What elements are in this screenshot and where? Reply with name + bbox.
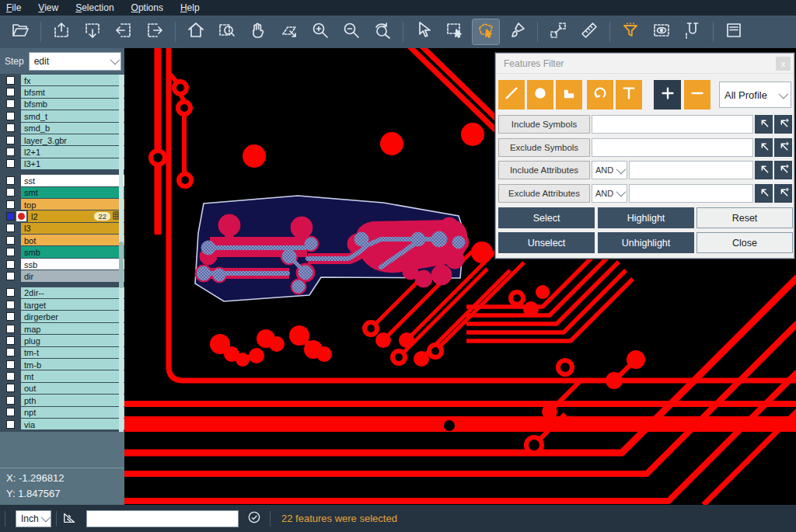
filter-value-input[interactable] [629, 161, 753, 179]
layer-row-smd_b[interactable]: smd_b [0, 123, 124, 134]
rectangle-select-button[interactable] [442, 19, 468, 44]
zoom-drag-button[interactable] [276, 19, 302, 44]
unhighlight-button[interactable]: Unhighlight [598, 232, 694, 253]
layer-visibility-checkbox[interactable] [6, 288, 15, 297]
measure-points-button[interactable] [545, 19, 571, 44]
pick-add-button[interactable] [774, 138, 792, 157]
layer-visibility-checkbox[interactable] [6, 348, 15, 356]
layer-name[interactable]: l3+1 [21, 158, 124, 169]
layer-visibility-checkbox[interactable] [6, 336, 15, 345]
close-button[interactable]: Close [696, 232, 793, 253]
layer-row-l2+1[interactable]: l2+1 [0, 146, 124, 158]
layer-row-2dir--[interactable]: 2dir-- [0, 287, 124, 299]
panel-list-button[interactable] [721, 19, 747, 44]
reset-button[interactable]: Reset [696, 207, 793, 228]
layer-visibility-checkbox[interactable] [6, 88, 15, 96]
select-button[interactable]: Select [498, 207, 595, 228]
layer-visibility-checkbox[interactable] [6, 148, 15, 156]
layer-name[interactable]: l3 [21, 223, 124, 234]
pick-add-button[interactable] [774, 161, 792, 179]
text-filter-button[interactable] [616, 80, 642, 110]
layer-row-top[interactable]: top [0, 199, 124, 210]
pick-from-canvas-button[interactable] [755, 115, 773, 134]
layer-visibility-checkbox[interactable] [6, 248, 15, 256]
layer-visibility-checkbox[interactable] [6, 188, 15, 196]
layer-visibility-checkbox[interactable] [6, 176, 15, 185]
zoom-out-button[interactable] [338, 19, 365, 44]
layer-row-tm-t[interactable]: tm-t [0, 347, 124, 359]
step-select[interactable]: edit [29, 52, 121, 71]
layer-row-dir[interactable]: dir [0, 270, 124, 282]
layer-name[interactable]: mt [21, 370, 124, 381]
highlight-button[interactable]: Highlight [598, 207, 694, 228]
pan-hand-button[interactable] [245, 19, 271, 44]
layer-name[interactable]: bfsmb [21, 99, 124, 110]
layer-name[interactable]: sst [21, 175, 124, 186]
close-icon[interactable]: x [776, 57, 791, 71]
layer-visibility-checkbox[interactable] [6, 372, 15, 381]
snap-button[interactable] [679, 19, 706, 44]
layer-name[interactable]: tm-b [21, 359, 124, 370]
menu-item-selection[interactable]: Selection [75, 2, 113, 13]
layer-row-fx[interactable]: fx [0, 75, 124, 86]
layer-row-dirgerber[interactable]: dirgerber [0, 311, 124, 322]
pan-up-button[interactable] [48, 19, 75, 44]
filter-value-input[interactable] [629, 184, 753, 203]
menu-item-options[interactable]: Options [131, 2, 163, 13]
clear-selection-button[interactable] [504, 19, 530, 44]
layer-row-smt[interactable]: smt [0, 187, 124, 199]
layer-visibility-checkbox[interactable] [6, 236, 15, 245]
features-filter-button[interactable] [617, 19, 644, 44]
and-operator-select[interactable]: AND [592, 161, 627, 179]
pan-left-button[interactable] [110, 19, 137, 44]
layer-name[interactable]: ssb [21, 259, 124, 269]
ruler-button[interactable] [576, 19, 602, 44]
layer-row-bot[interactable]: bot [0, 235, 124, 246]
dialog-title-bar[interactable]: Features Filter x [496, 54, 794, 74]
layer-row-l3+1[interactable]: l3+1 [0, 158, 124, 170]
layer-name[interactable]: dirgerber [21, 311, 124, 322]
layer-name[interactable]: smd_b [21, 123, 124, 134]
menu-item-file[interactable]: File [6, 2, 21, 13]
layer-name[interactable]: top [21, 199, 124, 210]
home-view-button[interactable] [183, 19, 209, 44]
units-select[interactable]: Inch [16, 510, 51, 527]
pan-right-button[interactable] [141, 19, 168, 44]
zoom-in-button[interactable] [307, 19, 333, 44]
filter-row-label-button[interactable]: Exclude Attributes [498, 184, 590, 203]
layer-visibility-checkbox[interactable] [6, 212, 15, 221]
layer-visibility-checkbox[interactable] [6, 360, 15, 369]
view-options-button[interactable] [648, 19, 675, 44]
unselect-button[interactable]: Unselect [498, 232, 595, 253]
layer-name[interactable]: l222 [28, 210, 124, 221]
polygon-select-button[interactable] [473, 19, 499, 44]
pick-add-button[interactable] [774, 184, 792, 203]
layer-row-plug[interactable]: plug [0, 335, 124, 346]
angle-snap-icon[interactable] [61, 509, 79, 528]
line-filter-button[interactable] [498, 80, 525, 110]
layer-name[interactable]: out [21, 383, 124, 394]
layer-visibility-checkbox[interactable] [6, 272, 15, 280]
layer-row-via[interactable]: via [0, 419, 124, 430]
layer-visibility-checkbox[interactable] [6, 384, 15, 392]
layer-name[interactable]: plug [21, 335, 124, 346]
layer-name[interactable]: npt [21, 407, 124, 418]
arc-filter-button[interactable] [587, 80, 613, 110]
select-arrow-button[interactable] [410, 19, 437, 44]
layer-visibility-checkbox[interactable] [6, 76, 15, 85]
layer-visibility-checkbox[interactable] [6, 159, 15, 168]
open-file-button[interactable] [7, 19, 33, 44]
layer-name[interactable]: via [21, 419, 124, 429]
layer-visibility-checkbox[interactable] [6, 123, 15, 132]
layer-row-smb[interactable]: smb [0, 246, 124, 258]
layer-row-target[interactable]: target [0, 299, 124, 311]
menu-item-help[interactable]: Help [180, 2, 200, 13]
scrollbar-thumb[interactable] [119, 242, 124, 288]
layer-row-tm-b[interactable]: tm-b [0, 359, 124, 370]
layer-visibility-checkbox[interactable] [6, 136, 15, 144]
layer-row-out[interactable]: out [0, 383, 124, 395]
layer-row-l2[interactable]: l222 [0, 210, 124, 222]
layer-visibility-checkbox[interactable] [6, 224, 15, 232]
layer-name[interactable]: pth [21, 395, 124, 405]
layer-name[interactable]: fx [21, 75, 124, 85]
